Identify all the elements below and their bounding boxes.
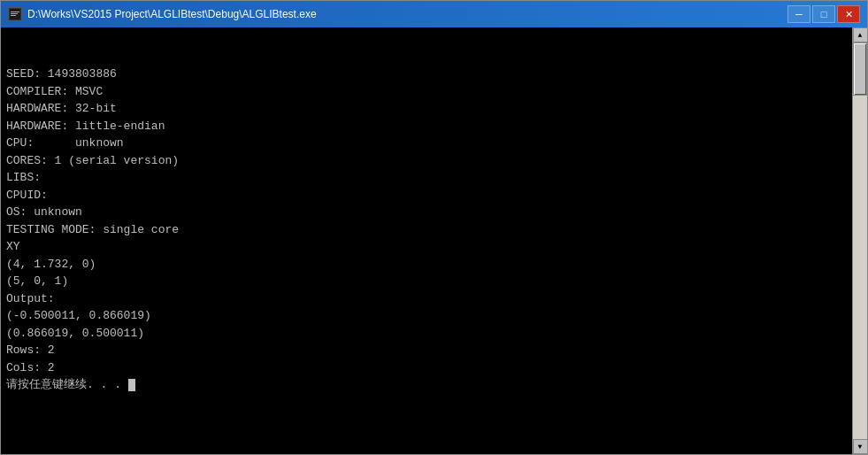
console-output: SEED: 1493803886COMPILER: MSVCHARDWARE: … (1, 27, 852, 454)
console-line: XY (6, 238, 847, 256)
console-line: CORES: 1 (serial version) (6, 152, 847, 170)
cursor (128, 379, 135, 391)
svg-rect-1 (11, 12, 19, 12)
console-line: SEED: 1493803886 (6, 66, 847, 83)
console-line: CPUID: (6, 187, 847, 204)
minimize-button[interactable]: ─ (787, 5, 810, 23)
console-line: LIBS: (6, 169, 847, 187)
scrollbar-track[interactable] (853, 42, 867, 439)
scroll-down-button[interactable]: ▼ (853, 439, 868, 454)
svg-rect-3 (11, 15, 16, 16)
console-line: (4, 1.732, 0) (6, 256, 847, 274)
window-controls: ─ □ ✕ (787, 5, 860, 23)
console-line: Rows: 2 (6, 342, 847, 359)
console-line: COMPILER: MSVC (6, 83, 847, 101)
main-window: D:\Works\VS2015 Project\ALGLIBtest\Debug… (0, 0, 868, 455)
console-line: HARDWARE: little-endian (6, 118, 847, 135)
console-line: (-0.500011, 0.866019) (6, 307, 847, 325)
scrollbar-thumb[interactable] (853, 42, 867, 96)
console-line: (5, 0, 1) (6, 273, 847, 290)
app-icon (8, 7, 22, 21)
title-bar-left: D:\Works\VS2015 Project\ALGLIBtest\Debug… (8, 7, 317, 21)
console-line: OS: unknown (6, 204, 847, 221)
console-line: CPU: unknown (6, 135, 847, 152)
console-line: (0.866019, 0.500011) (6, 325, 847, 343)
close-button[interactable]: ✕ (837, 5, 860, 23)
console-line: HARDWARE: 32-bit (6, 100, 847, 118)
window-title: D:\Works\VS2015 Project\ALGLIBtest\Debug… (27, 8, 317, 20)
title-bar: D:\Works\VS2015 Project\ALGLIBtest\Debug… (1, 1, 867, 27)
console-line: 请按任意键继续. . . (6, 376, 847, 394)
scroll-up-button[interactable]: ▲ (853, 27, 868, 42)
console-line: Output: (6, 290, 847, 308)
maximize-button[interactable]: □ (812, 5, 835, 23)
console-line: TESTING MODE: single core (6, 221, 847, 239)
svg-rect-2 (11, 13, 18, 14)
console-line: Cols: 2 (6, 359, 847, 377)
console-wrapper: SEED: 1493803886COMPILER: MSVCHARDWARE: … (1, 27, 867, 454)
scrollbar[interactable]: ▲ ▼ (852, 27, 867, 454)
